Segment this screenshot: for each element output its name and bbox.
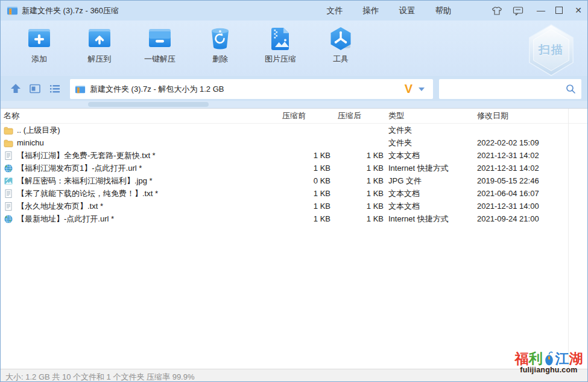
status-bar: 大小: 1.2 GB 共 10 个文件和 1 个文件夹 压缩率 99.9% xyxy=(1,369,587,382)
watermark-char-1: 福 xyxy=(515,351,529,366)
list-view-icon[interactable] xyxy=(49,83,61,95)
column-header-type[interactable]: 类型 xyxy=(384,110,473,121)
one-key-extract-icon xyxy=(147,25,173,52)
status-summary: 大小: 1.2 GB 共 10 个文件和 1 个文件夹 压缩率 99.9% xyxy=(5,372,195,382)
menu-settings[interactable]: 设置 xyxy=(389,1,425,21)
image-compress-icon xyxy=(267,25,294,52)
delete-button[interactable]: 删除 xyxy=(194,21,246,76)
size-before-value: 1 KB xyxy=(275,214,330,223)
menu-help[interactable]: 帮助 xyxy=(425,1,461,21)
file-row[interactable]: minichu 文件夹 2022-02-02 15:09 xyxy=(1,136,587,149)
feedback-icon[interactable] xyxy=(513,5,523,16)
file-name: minichu xyxy=(17,138,44,147)
tools-button[interactable]: 工具 xyxy=(315,21,367,76)
app-window: 新建文件夹 (3).7z - 360压缩 文件 操作 设置 帮助 — ✕ 添加 … xyxy=(0,0,588,382)
mouse-icon xyxy=(543,351,555,366)
add-folder-icon xyxy=(26,25,52,52)
menu-bar: 文件 操作 设置 帮助 xyxy=(317,1,461,21)
skin-theme-icon[interactable] xyxy=(492,5,502,16)
column-header-name[interactable]: 名称 xyxy=(1,110,275,121)
watermark-char-2: 利 xyxy=(529,351,543,366)
app-logo-icon xyxy=(7,5,18,16)
search-input[interactable] xyxy=(444,79,561,99)
menu-file[interactable]: 文件 xyxy=(317,1,353,21)
size-before-value: 1 KB xyxy=(275,164,330,173)
vip-v-icon[interactable]: V xyxy=(405,82,413,96)
file-row[interactable]: 【永久地址发布页】.txt * 1 KB 1 KB 文本文档 2021-12-3… xyxy=(1,200,587,212)
file-name: 【永久地址发布页】.txt * xyxy=(17,201,103,212)
window-title: 新建文件夹 (3).7z - 360压缩 xyxy=(22,5,119,16)
file-row[interactable]: 【最新地址】-点此打开.url * 1 KB 1 KB Internet 快捷方… xyxy=(1,212,587,225)
horizontal-scroll-track xyxy=(1,101,587,108)
size-before-value: 1 KB xyxy=(275,202,330,211)
add-button[interactable]: 添加 xyxy=(13,21,65,76)
toolbar: 添加 解压到 一键解压 删除 图片压缩 工具 xyxy=(1,21,587,76)
search-box[interactable] xyxy=(439,79,581,99)
modified-date-value: 2021-12-31 14:02 xyxy=(473,164,587,173)
extract-to-button[interactable]: 解压到 xyxy=(74,21,125,76)
file-type-value: 文本文档 xyxy=(384,201,473,212)
size-before-value: 0 KB xyxy=(275,176,330,185)
delete-icon xyxy=(207,25,233,52)
file-list: .. (上级目录) 文件夹 minichu 文件夹 2022-02-02 15:… xyxy=(1,124,587,225)
size-before-value: 1 KB xyxy=(275,189,330,198)
column-header-date[interactable]: 修改日期 xyxy=(473,110,587,121)
file-type-value: 文件夹 xyxy=(384,138,473,148)
modified-date-value: 2021-09-24 21:00 xyxy=(473,214,587,223)
modified-date-value: 2019-05-15 22:46 xyxy=(473,176,587,185)
file-name: 【最新地址】-点此打开.url * xyxy=(17,214,114,224)
size-after-value: 1 KB xyxy=(330,189,384,198)
file-name: 【福利江湖】全免费-无套路-更新快.txt * xyxy=(17,150,156,161)
file-name: 【福利江湖发布页1】-点此打开.url * xyxy=(17,163,142,174)
modified-date-value: 2021-12-31 14:02 xyxy=(473,151,587,160)
size-after-value: 1 KB xyxy=(330,151,384,160)
column-divider xyxy=(568,109,569,369)
close-button[interactable]: ✕ xyxy=(572,4,584,17)
menu-operation[interactable]: 操作 xyxy=(353,1,389,21)
file-row[interactable]: .. (上级目录) 文件夹 xyxy=(1,124,587,136)
file-row[interactable]: 【福利江湖】全免费-无套路-更新快.txt * 1 KB 1 KB 文本文档 2… xyxy=(1,149,587,162)
chevron-down-icon[interactable] xyxy=(419,88,425,91)
file-row[interactable]: 【福利江湖发布页1】-点此打开.url * 1 KB 1 KB Internet… xyxy=(1,162,587,174)
watermark-char-3: 江 xyxy=(555,351,569,366)
watermark-domain: fulijianghu.com xyxy=(516,366,581,374)
watermark-char-4: 湖 xyxy=(569,351,583,366)
file-name: 【解压密码：来福利江湖找福利】.jpg * xyxy=(17,176,153,186)
txt-icon xyxy=(4,151,13,161)
folder-icon xyxy=(4,126,13,135)
file-name: 【来了就能下载的论坛，纯免费！】.txt * xyxy=(17,188,158,199)
size-before-value: 1 KB xyxy=(275,151,330,160)
horizontal-scroll-thumb[interactable] xyxy=(88,102,209,107)
file-type-value: Internet 快捷方式 xyxy=(384,163,473,174)
url-icon xyxy=(4,164,13,173)
url-icon xyxy=(4,214,13,224)
up-level-icon[interactable] xyxy=(10,83,22,95)
column-header-row: 名称 压缩前 压缩后 类型 修改日期 xyxy=(1,109,587,124)
watermark-logo: 福利 江湖 fulijianghu.com xyxy=(516,351,581,374)
column-header-size-after[interactable]: 压缩后 xyxy=(330,110,384,121)
column-header-size-before[interactable]: 压缩前 xyxy=(275,110,330,121)
one-key-extract-button[interactable]: 一键解压 xyxy=(134,21,186,76)
size-after-value: 1 KB xyxy=(330,214,384,223)
modified-date-value: 2022-02-02 15:09 xyxy=(473,138,587,147)
size-after-value: 1 KB xyxy=(330,164,384,173)
file-type-value: 文本文档 xyxy=(384,188,473,199)
folder-icon xyxy=(4,138,13,148)
minimize-button[interactable]: — xyxy=(535,4,547,17)
archive-path-label: 新建文件夹 (3).7z - 解包大小为 1.2 GB xyxy=(90,84,405,95)
title-bar[interactable]: 新建文件夹 (3).7z - 360压缩 文件 操作 设置 帮助 — ✕ xyxy=(1,1,587,21)
file-type-value: JPG 文件 xyxy=(384,176,473,186)
size-after-value: 1 KB xyxy=(330,176,384,185)
image-compress-button[interactable]: 图片压缩 xyxy=(254,21,306,76)
scan-button[interactable]: 扫描 xyxy=(526,24,577,76)
extract-to-icon xyxy=(86,25,113,52)
maximize-button[interactable] xyxy=(555,7,563,14)
address-bar[interactable]: 新建文件夹 (3).7z - 解包大小为 1.2 GB V xyxy=(70,79,433,99)
file-row[interactable]: 【来了就能下载的论坛，纯免费！】.txt * 1 KB 1 KB 文本文档 20… xyxy=(1,187,587,200)
search-icon[interactable] xyxy=(566,84,576,94)
address-row: 新建文件夹 (3).7z - 解包大小为 1.2 GB V xyxy=(1,76,587,101)
preview-pane-icon[interactable] xyxy=(29,83,41,95)
txt-icon xyxy=(4,202,13,211)
size-after-value: 1 KB xyxy=(330,202,384,211)
file-row[interactable]: 【解压密码：来福利江湖找福利】.jpg * 0 KB 1 KB JPG 文件 2… xyxy=(1,174,587,187)
